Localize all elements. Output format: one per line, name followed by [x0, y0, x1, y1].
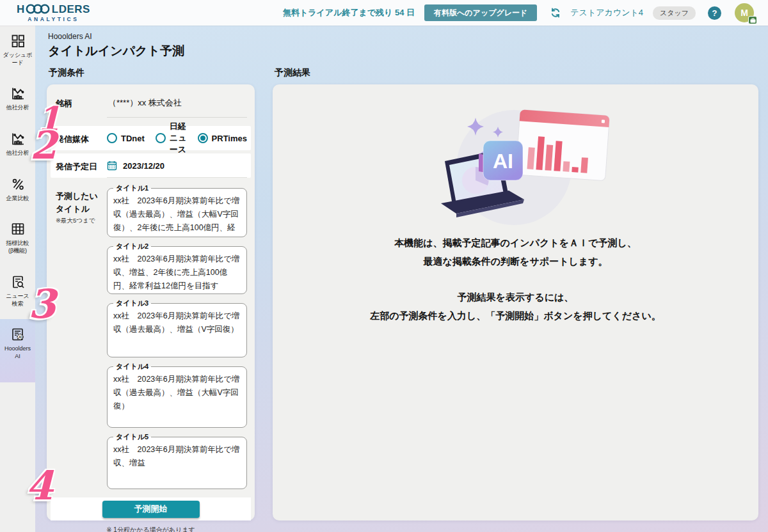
- titles-section: 予測したい タイトル ※最大5つまで タイトル1 xx社 2023年6月期決算前…: [51, 178, 251, 489]
- logo-text-left: H: [17, 4, 25, 15]
- sidebar-nav: ダッシュボード 他社分析 他: [0, 26, 35, 532]
- top-header: H LDERS ANALYTICS 無料トライアル終了まで残り 54 日 有料版…: [0, 0, 768, 26]
- staff-badge: スタッフ: [653, 6, 696, 20]
- table-grid-icon: [10, 221, 26, 237]
- date-row: 発信予定日 2023/12/20: [51, 153, 251, 178]
- radio-nikkei-news[interactable]: 日経ニュース: [156, 121, 187, 155]
- title-4-field: タイトル4 xx社 2023年6月期決算前年比で増収（過去最高）、増益（大幅V字…: [107, 366, 247, 428]
- titles-max-note: ※最大5つまで: [56, 217, 107, 225]
- svg-text:AI: AI: [19, 336, 22, 339]
- radio-prtimes[interactable]: PRTimes: [198, 133, 247, 143]
- conditions-panel: 銘柄 （****）xx 株式会社 発信媒体 TDnet 日: [47, 84, 255, 520]
- radio-circle-icon: [107, 133, 117, 143]
- trial-countdown-text: 無料トライアル終了まで残り 54 日: [283, 7, 415, 19]
- ai-document-icon: AI: [10, 327, 26, 342]
- annotation-step-4: 4: [26, 466, 53, 506]
- compare-trend-icon: [10, 176, 26, 192]
- radio-circle-icon: [156, 133, 166, 143]
- media-label: 発信媒体: [56, 132, 107, 145]
- date-picker[interactable]: 2023/12/20: [107, 153, 247, 178]
- results-panel: AI 本機能は、掲載予定記事のインパクトをＡＩで予測し、 最適な掲載条件の判断を…: [273, 84, 758, 520]
- title-5-field: タイトル5 xx社 2023年6月期決算前年比で増収、増益: [107, 437, 247, 489]
- title-4-input[interactable]: xx社 2023年6月期決算前年比で増収（過去最高）、増益（大幅V字回復）: [113, 373, 241, 424]
- briefcase-badge-icon: [748, 16, 757, 24]
- title-3-field: タイトル3 xx社 2023年6月期決算前年比で増収（過去最高）、増益（V字回復…: [107, 303, 247, 357]
- radio-circle-icon: [198, 133, 208, 143]
- title-4-legend: タイトル4: [113, 362, 151, 372]
- breadcrumb: Hooolders AI: [48, 32, 758, 41]
- sidebar-item-dashboard[interactable]: ダッシュボード: [0, 26, 35, 73]
- title-3-input[interactable]: xx社 2023年6月期決算前年比で増収（過去最高）、増益（V字回復）: [113, 309, 241, 354]
- ai-illustration: AI: [417, 102, 615, 228]
- date-label: 発信予定日: [56, 159, 107, 173]
- sidebar-item-metrics-compare[interactable]: 指標比較 (β機能): [0, 214, 35, 261]
- news-search-icon: [10, 274, 26, 290]
- stock-label: 銘柄: [56, 96, 107, 118]
- app-window: H LDERS ANALYTICS 無料トライアル終了まで残り 54 日 有料版…: [0, 0, 768, 532]
- annotation-step-2: 2: [30, 126, 57, 164]
- submit-row: 予測開始: [51, 497, 251, 520]
- bar-line-chart-icon: [10, 131, 26, 146]
- help-icon[interactable]: ?: [708, 6, 721, 20]
- main-content: Hooolders AI タイトルインパクト予測 予測条件 銘柄 （****）x…: [35, 26, 768, 532]
- logo-rings-icon: [26, 4, 51, 14]
- upgrade-button[interactable]: 有料版へのアップグレード: [424, 4, 537, 21]
- title-2-legend: タイトル2: [113, 242, 151, 251]
- radio-tdnet[interactable]: TDnet: [107, 133, 145, 143]
- title-2-input[interactable]: xx社 2023年6月期決算前年比で増収、増益、2年後に売上高100億円、経常利…: [113, 253, 241, 290]
- title-1-input[interactable]: xx社 2023年6月期決算前年比で増収（過去最高）、増益（大幅V字回復）、2年…: [113, 194, 241, 233]
- stock-value: （****）xx 株式会社: [107, 96, 247, 118]
- logo-subtitle: ANALYTICS: [28, 17, 79, 22]
- results-section-title: 予測結果: [275, 67, 758, 79]
- submit-duration-note: ※ 1分程かかる場合があります: [51, 520, 251, 532]
- title-5-input[interactable]: xx社 2023年6月期決算前年比で増収、増益: [113, 443, 241, 485]
- hooolders-logo[interactable]: H LDERS ANALYTICS: [17, 4, 90, 22]
- usage-instruction: 予測結果を表示するには、 左部の予測条件を入力し、「予測開始」ボタンを押してくだ…: [370, 288, 661, 325]
- title-1-field: タイトル1 xx社 2023年6月期決算前年比で増収（過去最高）、増益（大幅V字…: [107, 188, 247, 237]
- date-value: 2023/12/20: [123, 161, 164, 171]
- logo-text-right: LDERS: [52, 4, 90, 15]
- title-2-field: タイトル2 xx社 2023年6月期決算前年比で増収、増益、2年後に売上高100…: [107, 246, 247, 294]
- stock-row: 銘柄 （****）xx 株式会社: [51, 87, 251, 118]
- media-row: 発信媒体 TDnet 日経ニュース: [51, 126, 251, 150]
- annotation-step-3: 3: [28, 285, 56, 324]
- account-name[interactable]: テストアカウント4: [570, 7, 643, 19]
- title-5-legend: タイトル5: [113, 432, 151, 442]
- conditions-section-title: 予測条件: [49, 67, 255, 79]
- start-prediction-button[interactable]: 予測開始: [102, 501, 200, 518]
- sidebar-item-hooolders-ai[interactable]: AI Hooolders AI: [0, 319, 35, 382]
- bar-line-chart-icon: [10, 86, 26, 101]
- dashboard-icon: [10, 33, 26, 49]
- title-1-legend: タイトル1: [113, 184, 151, 193]
- feature-description: 本機能は、掲載予定記事のインパクトをＡＩで予測し、 最適な掲載条件の判断をサポー…: [394, 234, 637, 270]
- sidebar-item-analysis-1[interactable]: 他社分析: [0, 78, 35, 118]
- titles-label: 予測したい タイトル: [56, 190, 107, 215]
- calendar-icon: [107, 160, 117, 171]
- page-title: タイトルインパクト予測: [48, 43, 758, 59]
- refresh-icon[interactable]: [550, 8, 561, 18]
- sidebar-item-company-compare[interactable]: 企業比較: [0, 169, 35, 209]
- user-avatar[interactable]: M: [735, 3, 754, 22]
- title-3-legend: タイトル3: [113, 299, 151, 308]
- ai-badge-text: AI: [493, 150, 513, 173]
